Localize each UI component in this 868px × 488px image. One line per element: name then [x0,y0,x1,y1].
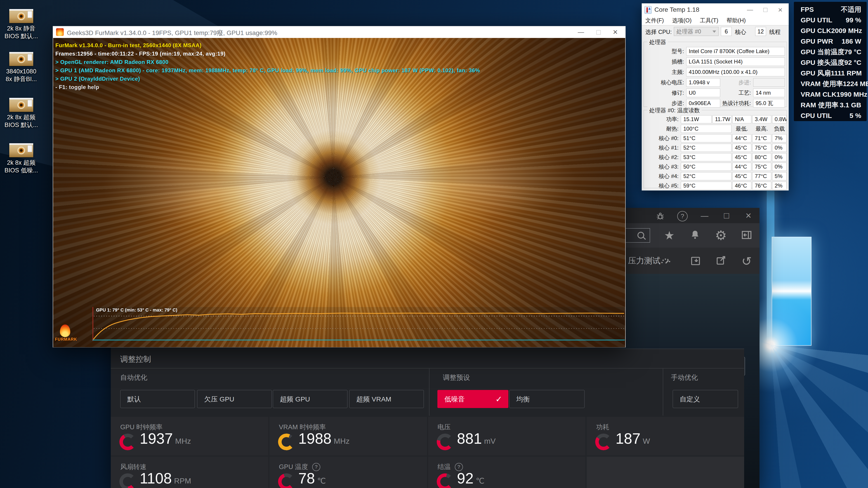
overlay-row: VRAM 使用率1224 MB [794,78,867,89]
overlay-row: VRAM CLK1990 MHz [794,89,867,100]
gauge-icon [437,433,454,450]
desktop-icon-screenshot-3[interactable]: 2k 8x 超频BIOS 默认... [2,98,41,129]
minimize-button[interactable]: — [572,27,589,37]
overlay-row: CPU UTIL5 % [794,110,867,121]
load-profile-icon[interactable] [683,254,708,268]
osd-line: Frames:12956 - time:00:11:22 - FPS:19 (m… [55,50,480,58]
minimize-button[interactable]: — [693,210,716,221]
core-temp-row: 核心 #0: 51°C 44°C 71°C 7% [646,134,785,142]
close-button[interactable]: × [773,5,787,15]
settings-gear-icon[interactable]: ⚙ [708,228,733,242]
divider [429,368,430,416]
gauge-icon [437,473,454,488]
divider [663,368,663,416]
gauge-icon [119,473,136,488]
field-row-vid: 核心电压: 1.0948 v 步进: [646,78,785,87]
model-value: Intel Core i7 8700K (Coffee Lake) [686,47,785,56]
field-row-revision: 修订: U0 工艺: 14 nm [646,89,785,97]
chevron-down-icon [712,31,716,33]
core-temp-row: 核心 #1: 52°C 45°C 75°C 0% [646,144,785,152]
tuning-preset-label: 调整预设 [443,373,470,382]
reset-icon[interactable]: ↺ [734,254,759,268]
osd-line: > OpenGL renderer: AMD Radeon RX 6800 [55,58,480,66]
cpu-select-row: 选择 CPU: 处理器 #0 6 核心 12 线程 [642,27,789,37]
gauge-speedometer-icon [653,254,678,268]
power-row: 功率: 15.1W 11.7W N/A 3.4W 0.8W [646,115,785,123]
manual-tuning-label: 手动优化 [671,373,698,382]
menu-file[interactable]: 文件(F) [642,16,668,25]
screenshot-thumbnail [9,98,33,112]
menu-tools[interactable]: 工具(T) [696,16,722,25]
overlay-row: RAM 使用率3.1 GB [794,100,867,110]
screenshot-thumbnail [9,9,33,23]
overlay-row: FPS不适用 [794,4,867,15]
preset-undervolt-button[interactable]: 欠压 GPU [197,390,272,408]
close-button[interactable]: × [737,210,760,221]
maximize-button[interactable]: □ [758,5,772,15]
desktop-icon-label: 3840x10808x 静音BI... [2,68,41,83]
desktop-icon-screenshot-4[interactable]: 2k 8x 超频BIOS 低噪... [2,143,41,174]
core-temp-titlebar: Core Temp 1.18 — □ × [642,3,789,16]
preset-quiet-button[interactable]: 低噪音 ✓ [437,390,508,408]
tjmax-value: 100°C [681,125,732,133]
favorites-star-icon[interactable]: ★ [657,228,682,242]
power-max: 3.4W [752,115,771,123]
desktop-icon-label: 2k 8x 超频BIOS 默认... [2,113,41,129]
vid-value: 1.0948 v [686,78,720,87]
preset-balanced-button[interactable]: 均衡 [509,390,585,408]
thumbnail-window-detail [28,145,32,152]
desktop-icon-screenshot-2[interactable]: 3840x10808x 静音BI... [2,52,41,83]
furmark-osd: FurMark v1.34.0.0 - Burn-in test, 2560x1… [55,41,480,91]
preset-oc-vram-button[interactable]: 超频 VRAM [349,390,424,408]
maximize-button[interactable]: □ [590,27,607,37]
furmark-flame-icon [56,28,64,36]
metric-card-gpu-clock: GPU 时钟频率 1937MHz [111,417,268,455]
tuning-panel-title: 调整控制 [120,354,151,364]
metric-card-voltage: 电压 881mV [428,417,586,455]
column-header-load: 负载 [772,125,786,132]
thumbnail-window-detail [28,11,32,18]
core-count-label: 核心 [735,28,746,36]
gpu-temp-graph-label: GPU 1: 79° C (min: 53° C - max: 79° C) [96,307,178,313]
notifications-bell-icon[interactable] [683,228,708,242]
menu-help[interactable]: 帮助(H) [723,16,749,25]
process-value: 14 nm [753,89,785,97]
osd-line: > GPU 1 (AMD Radeon RX 6800) - core: 193… [55,66,480,74]
screenshot-thumbnail [9,143,33,157]
check-icon: ✓ [495,390,502,408]
share-profile-icon[interactable] [709,254,734,268]
overlay-row: GPU 接头温度92 °C [794,57,867,68]
bug-report-icon[interactable] [649,210,671,221]
minimize-button[interactable]: — [743,5,757,15]
preset-custom-button[interactable]: 自定义 [673,390,738,408]
field-row-stepping: 步进: 0x906EA 热设计功耗: 95.0 瓦 [646,99,785,107]
thread-count-label: 线程 [769,28,780,36]
column-header-min: 最低. [733,125,751,132]
metric-cards-row-1: GPU 时钟频率 1937MHz VRAM 时钟频率 1988MHz 电压 88… [111,417,744,455]
thumbnail-window-detail [28,100,32,107]
temperature-groupbox: 处理器 #0: 温度读数 功率: 15.1W 11.7W N/A 3.4W 0.… [644,110,787,188]
power-cores: 11.7W [712,115,732,123]
field-row-socket: 插槽: LGA 1151 (Socket H4) [646,57,785,66]
groupbox-title: 处理器 [647,38,668,46]
auto-tuning-label: 自动优化 [120,373,147,382]
maximize-button[interactable]: □ [715,210,738,221]
cpu-select-dropdown[interactable]: 处理器 #0 [674,27,719,36]
overlay-row: GPU UTIL99 % [794,15,867,25]
preset-default-button[interactable]: 默认 [120,390,195,408]
gauge-icon [119,433,136,450]
core-temp-row: 核心 #2: 53°C 45°C 80°C 0% [646,153,785,161]
desktop-icon-screenshot-1[interactable]: 2k 8x 静音BIOS 默认... [2,9,41,40]
socket-value: LGA 1151 (Socket H4) [686,57,785,66]
thermometer-icon [645,6,652,14]
overlay-row: GPU CLK2009 MHz [794,25,867,36]
window-title: Core Temp 1.18 [654,6,700,13]
menu-options[interactable]: 选项(O) [669,16,695,25]
metric-card-vram-clock: VRAM 时钟频率 1988MHz [270,417,427,455]
close-button[interactable]: × [607,27,624,37]
metric-card-junction-temp: 结温? 92℃ [428,457,586,488]
power-package: 15.1W [681,115,712,123]
preset-oc-gpu-button[interactable]: 超频 GPU [273,390,347,408]
help-icon[interactable]: ? [671,210,693,221]
collapse-panel-icon[interactable] [734,228,759,242]
